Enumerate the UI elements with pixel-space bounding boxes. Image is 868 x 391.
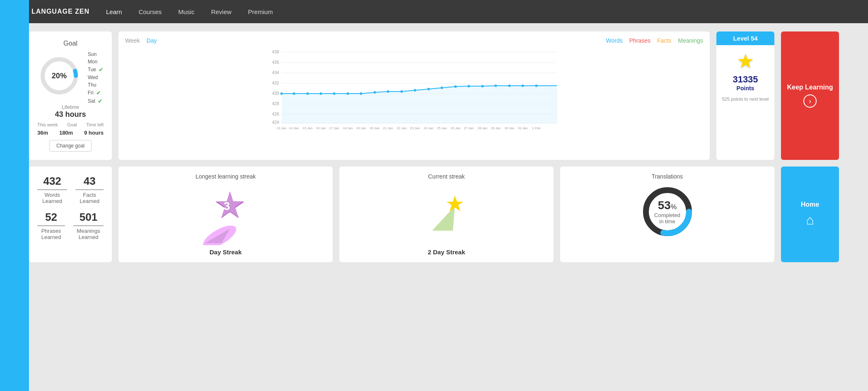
svg-text:15 Jan: 15 Jan (302, 126, 312, 130)
longest-streak-title: Longest learning streak (196, 173, 256, 180)
longest-streak-visual: 3 (197, 183, 255, 245)
meanings-number: 501 (73, 211, 104, 226)
meanings-stat: 501 Meanings Learned (73, 211, 104, 240)
tab-day[interactable]: Day (147, 37, 157, 44)
svg-text:27 Jan: 27 Jan (464, 126, 474, 130)
day-thu: Thu (88, 82, 104, 88)
svg-point-35 (495, 84, 497, 87)
svg-marker-18 (282, 86, 557, 124)
day-fri: Fri✔ (88, 89, 104, 96)
navbar-brand: LANGUAGE ZEN (31, 8, 89, 15)
day-sat: Sat✔ (88, 98, 104, 104)
svg-marker-64 (447, 196, 463, 211)
svg-point-32 (455, 85, 457, 88)
goal-title: Goal (37, 40, 104, 47)
nav-link-music[interactable]: Music (178, 8, 194, 15)
this-week-val: 36m (37, 130, 48, 136)
top-section: Goal 20% Sun Mon Tue✔ Wed Thu Fri✔ Sat (29, 31, 839, 160)
svg-text:428: 428 (272, 101, 279, 106)
nav-link-review[interactable]: Review (211, 8, 231, 15)
svg-text:438: 438 (272, 50, 279, 54)
svg-text:1 Feb: 1 Feb (532, 126, 541, 130)
home-card[interactable]: Home ⌂ (781, 167, 839, 262)
facts-stat: 43 Facts Learned (75, 175, 104, 204)
longest-streak-footer: Day Streak (210, 249, 242, 256)
svg-text:18 Jan: 18 Jan (343, 126, 353, 130)
svg-text:17 Jan: 17 Jan (329, 126, 339, 130)
day-mon: Mon (88, 59, 104, 65)
svg-text:29 Jan: 29 Jan (491, 126, 500, 130)
home-text: Home (801, 201, 819, 208)
current-streak-title: Current streak (428, 173, 465, 180)
svg-text:20 Jan: 20 Jan (370, 126, 380, 130)
chart-header: Week Day Words Phrases Facts Meanings (125, 37, 703, 44)
stats-bottom-row: 52 Phrases Learned 501 Meanings Learned (37, 211, 104, 240)
longest-streak-svg (197, 183, 255, 245)
svg-text:31 Jan: 31 Jan (517, 126, 527, 130)
translations-percent: 53 (658, 199, 671, 212)
level-card: Level 54 ★ 31335 Points 525 points to ne… (716, 31, 774, 160)
stats-top-row: 432 Words Learned 43 Facts Learned (37, 175, 104, 204)
svg-point-22 (320, 92, 322, 95)
goal-donut: 20% (39, 55, 80, 97)
svg-point-26 (374, 91, 376, 94)
words-label: Words Learned (37, 192, 67, 204)
filter-facts[interactable]: Facts (657, 37, 671, 44)
translations-title: Translations (652, 173, 683, 180)
day-tue: Tue✔ (88, 66, 104, 73)
stats-card: 432 Words Learned 43 Facts Learned 52 Ph… (29, 167, 112, 262)
points-number: 31335 (733, 74, 758, 85)
svg-point-19 (280, 92, 283, 95)
phrases-number: 52 (37, 211, 65, 226)
translations-pct-sym: % (671, 203, 677, 210)
keep-learning-card[interactable]: Keep Learning › (781, 31, 839, 160)
svg-text:26 Jan: 26 Jan (450, 126, 460, 130)
svg-point-30 (428, 88, 430, 90)
nav-link-learn[interactable]: Learn (106, 8, 122, 15)
main-content: Goal 20% Sun Mon Tue✔ Wed Thu Fri✔ Sat (0, 23, 868, 270)
tab-week[interactable]: Week (125, 37, 140, 44)
day-wed: Wed (88, 75, 104, 80)
next-level-text: 525 points to next level (720, 94, 771, 104)
svg-point-34 (481, 85, 484, 87)
translations-completed: Completed in time (654, 212, 681, 224)
check-sat: ✔ (98, 98, 103, 104)
words-number: 432 (37, 175, 67, 190)
nav-link-premium[interactable]: Premium (248, 8, 273, 15)
chart-area: 438 436 434 432 430 428 426 424 (125, 47, 703, 130)
svg-text:21 Jan: 21 Jan (383, 126, 393, 130)
change-goal-button[interactable]: Change goal (49, 140, 92, 152)
this-week-label: This week (37, 122, 58, 127)
svg-point-38 (535, 84, 538, 87)
nav-link-courses[interactable]: Courses (138, 8, 162, 15)
svg-point-24 (347, 92, 349, 95)
svg-text:13 Jan: 13 Jan (276, 126, 286, 130)
filter-phrases[interactable]: Phrases (629, 37, 650, 44)
filter-words[interactable]: Words (606, 37, 623, 44)
svg-point-27 (387, 90, 389, 93)
navbar: LANGUAGE ZEN Learn Courses Music Review … (0, 0, 868, 23)
current-streak-visual (426, 189, 467, 239)
svg-text:430: 430 (272, 91, 279, 96)
translations-pct-text: 53% Completed in time (654, 199, 681, 224)
words-stat: 432 Words Learned (37, 175, 67, 204)
time-left-val: 9 hours (84, 130, 104, 136)
svg-point-25 (360, 92, 363, 95)
time-left-label: Time left (86, 122, 104, 127)
longest-streak-card: Longest learning streak 3 Day Streak (118, 167, 333, 262)
level-header: Level 54 (716, 31, 774, 45)
nav-links: Learn Courses Music Review Premium (106, 8, 273, 15)
svg-text:30 Jan: 30 Jan (504, 126, 514, 130)
svg-text:23 Jan: 23 Jan (410, 126, 420, 130)
svg-point-31 (441, 87, 443, 89)
phrases-label: Phrases Learned (37, 228, 65, 240)
svg-text:24 Jan: 24 Jan (423, 126, 433, 130)
day-sun: Sun (88, 51, 104, 57)
keep-learning-text: Keep Learning (787, 84, 833, 91)
svg-text:22 Jan: 22 Jan (397, 126, 406, 130)
facts-number: 43 (75, 175, 104, 190)
svg-text:436: 436 (272, 60, 279, 65)
phrases-stat: 52 Phrases Learned (37, 211, 65, 240)
facts-label: Facts Learned (75, 192, 104, 204)
filter-meanings[interactable]: Meanings (678, 37, 703, 44)
